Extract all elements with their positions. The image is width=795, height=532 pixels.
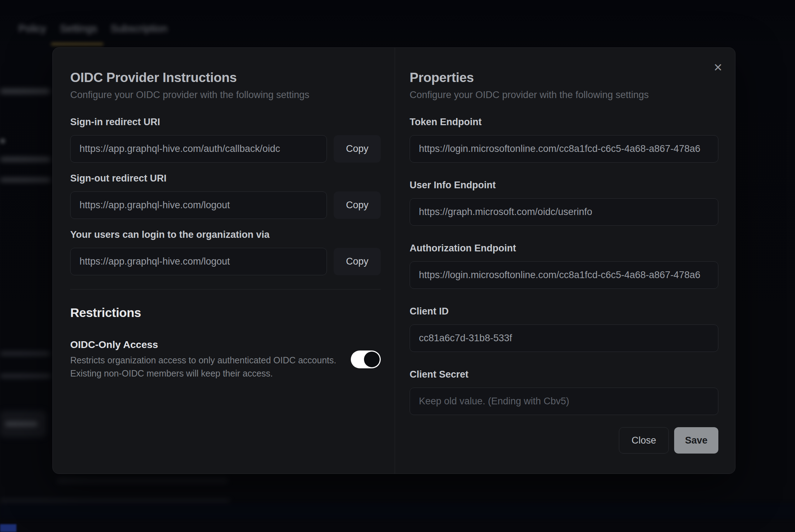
oidc-only-toggle[interactable] xyxy=(351,351,381,368)
instructions-title: OIDC Provider Instructions xyxy=(70,70,381,86)
authorization-endpoint-field: Authorization Endpoint xyxy=(410,242,718,289)
userinfo-endpoint-field: User Info Endpoint xyxy=(410,179,718,226)
save-button[interactable]: Save xyxy=(674,427,718,454)
close-icon[interactable]: ✕ xyxy=(709,58,727,77)
token-endpoint-label: Token Endpoint xyxy=(410,116,718,128)
copy-button[interactable]: Copy xyxy=(334,191,381,219)
signout-redirect-label: Sign-out redirect URI xyxy=(70,173,381,184)
properties-title: Properties xyxy=(410,70,718,86)
section-divider xyxy=(70,289,381,290)
instructions-subtitle: Configure your OIDC provider with the fo… xyxy=(70,89,381,101)
userinfo-endpoint-input[interactable] xyxy=(410,198,718,226)
authorization-endpoint-label: Authorization Endpoint xyxy=(410,242,718,254)
restrictions-title: Restrictions xyxy=(70,305,381,320)
instructions-section: OIDC Provider Instructions Configure you… xyxy=(53,48,395,474)
login-url-label: Your users can login to the organization… xyxy=(70,229,381,240)
signout-redirect-field: Sign-out redirect URI Copy xyxy=(70,173,381,219)
signin-redirect-input[interactable] xyxy=(70,135,327,163)
signin-redirect-label: Sign-in redirect URI xyxy=(70,116,381,128)
properties-section: Properties Configure your OIDC provider … xyxy=(395,48,735,474)
login-url-field: Your users can login to the organization… xyxy=(70,229,381,275)
toggle-knob xyxy=(364,352,380,367)
dialog-footer: Close Save xyxy=(410,427,718,454)
oidc-only-access-label: OIDC-Only Access xyxy=(70,339,340,351)
oidc-only-access-row: OIDC-Only Access Restricts organization … xyxy=(70,339,381,380)
token-endpoint-field: Token Endpoint xyxy=(410,116,718,163)
signout-redirect-input[interactable] xyxy=(70,191,327,219)
client-id-field: Client ID xyxy=(410,306,718,352)
userinfo-endpoint-label: User Info Endpoint xyxy=(410,179,718,191)
client-id-input[interactable] xyxy=(410,324,718,352)
close-button[interactable]: Close xyxy=(619,427,669,454)
client-secret-field: Client Secret xyxy=(410,369,718,415)
login-url-input[interactable] xyxy=(70,248,327,275)
client-id-label: Client ID xyxy=(410,306,718,317)
authorization-endpoint-input[interactable] xyxy=(410,261,718,289)
copy-button[interactable]: Copy xyxy=(334,135,381,163)
oidc-only-description-line1: Restricts organization access to only au… xyxy=(70,354,340,367)
oidc-settings-dialog: OIDC Provider Instructions Configure you… xyxy=(52,47,735,474)
oidc-only-description-line2: Existing non-OIDC members will keep thei… xyxy=(70,367,340,380)
properties-subtitle: Configure your OIDC provider with the fo… xyxy=(410,89,718,101)
copy-button[interactable]: Copy xyxy=(334,248,381,275)
client-secret-label: Client Secret xyxy=(410,369,718,380)
signin-redirect-field: Sign-in redirect URI Copy xyxy=(70,116,381,163)
client-secret-input[interactable] xyxy=(410,388,718,415)
token-endpoint-input[interactable] xyxy=(410,135,718,163)
